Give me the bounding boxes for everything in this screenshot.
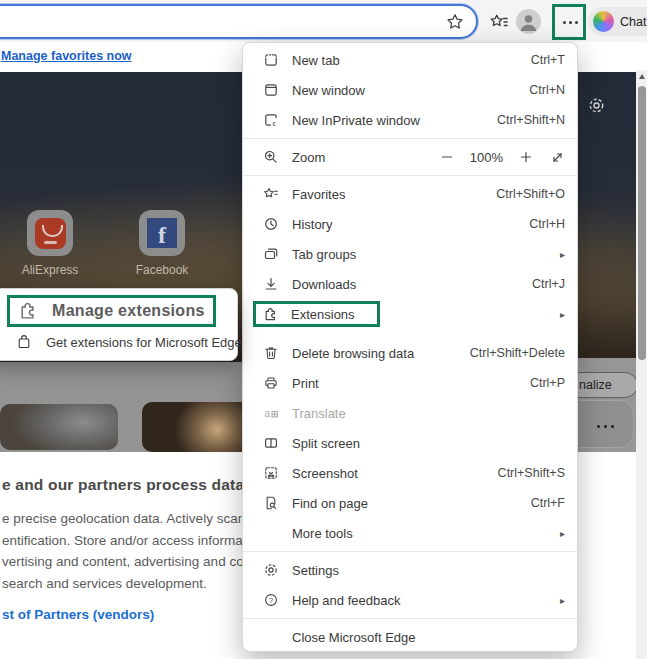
menu-separator	[243, 618, 577, 619]
screenshot-icon	[263, 465, 279, 481]
aliexpress-icon	[35, 218, 66, 249]
zoom-out-button[interactable]	[439, 149, 455, 165]
no-icon-spacer	[263, 525, 279, 541]
menu-item-find-on-page[interactable]: Find on page Ctrl+F	[243, 488, 577, 518]
submenu-arrow-icon: ▸	[560, 595, 565, 606]
new-tab-icon	[263, 52, 279, 68]
new-window-icon	[263, 82, 279, 98]
downloads-icon	[263, 276, 279, 292]
menu-item-tab-groups[interactable]: Tab groups ▸	[243, 239, 577, 269]
article-thumbnail-right	[142, 402, 242, 452]
history-icon	[263, 216, 279, 232]
submenu-item-manage-extensions[interactable]: Manage extensions	[7, 295, 216, 327]
menu-item-close-microsoft-edge[interactable]: Close Microsoft Edge	[243, 622, 577, 652]
favorites-icon[interactable]	[488, 11, 510, 33]
translate-icon: a	[263, 405, 279, 421]
submenu-arrow-icon: ▸	[560, 309, 565, 320]
add-favorite-star-icon[interactable]	[446, 13, 464, 31]
menu-item-print[interactable]: Print Ctrl+P	[243, 368, 577, 398]
settings-gear-icon	[263, 562, 279, 578]
scrollbar-thumb[interactable]	[638, 86, 646, 360]
extensions-puzzle-icon	[263, 306, 279, 322]
menu-item-favorites[interactable]: Favorites Ctrl+Shift+O	[243, 179, 577, 209]
menu-item-settings[interactable]: Settings	[243, 555, 577, 585]
store-bag-icon	[16, 334, 32, 350]
menu-item-new-tab[interactable]: New tab Ctrl+T	[243, 45, 577, 75]
menu-separator	[243, 551, 577, 552]
menu-item-new-inprivate-window[interactable]: ε New InPrivate window Ctrl+Shift+N	[243, 105, 577, 135]
facebook-icon: f	[147, 218, 177, 248]
zoom-icon	[263, 149, 279, 165]
printer-icon	[263, 375, 279, 391]
menu-item-delete-browsing-data[interactable]: Delete browsing data Ctrl+Shift+Delete	[243, 338, 577, 368]
trash-icon	[263, 345, 279, 361]
zoom-level: 100%	[470, 150, 503, 165]
inprivate-window-icon: ε	[263, 112, 279, 128]
find-on-page-icon	[263, 495, 279, 511]
split-screen-icon	[263, 435, 279, 451]
manage-favorites-link[interactable]: Manage favorites now	[1, 49, 132, 63]
no-icon-spacer	[263, 629, 279, 645]
favorites-star-icon	[263, 186, 279, 202]
article-thumbnail-left	[0, 404, 118, 450]
copilot-chat-button[interactable]: Chat	[588, 7, 647, 36]
menu-item-downloads[interactable]: Downloads Ctrl+J	[243, 269, 577, 299]
menu-item-help-and-feedback[interactable]: ? Help and feedback ▸	[243, 585, 577, 615]
menu-separator	[243, 138, 577, 139]
page-scrollbar[interactable]	[636, 70, 647, 659]
card-more-options-icon[interactable]	[597, 425, 614, 428]
profile-avatar[interactable]	[516, 9, 541, 34]
page-settings-gear-icon[interactable]	[587, 96, 606, 115]
tab-groups-icon	[263, 246, 279, 262]
menu-item-split-screen[interactable]: Split screen	[243, 428, 577, 458]
browser-toolbar: Chat	[0, 0, 647, 42]
copilot-icon	[593, 11, 614, 32]
chat-label: Chat	[620, 15, 646, 29]
submenu-arrow-icon: ▸	[560, 528, 565, 539]
svg-text:a: a	[265, 408, 271, 419]
svg-text:ε: ε	[273, 119, 277, 128]
help-icon: ?	[263, 592, 279, 608]
menu-item-translate: a Translate	[243, 398, 577, 428]
quick-link-aliexpress[interactable]: AliExpress	[12, 210, 88, 277]
fullscreen-icon[interactable]	[549, 149, 565, 165]
tutorial-highlight-toolbar	[552, 4, 586, 40]
menu-item-screenshot[interactable]: Screenshot Ctrl+Shift+S	[243, 458, 577, 488]
address-bar[interactable]	[0, 4, 478, 39]
menu-separator	[243, 175, 577, 176]
menu-item-extensions[interactable]: Extensions ▸	[243, 299, 577, 329]
menu-item-more-tools[interactable]: More tools ▸	[243, 518, 577, 548]
menu-item-zoom[interactable]: Zoom 100%	[243, 142, 577, 172]
submenu-arrow-icon: ▸	[560, 249, 565, 260]
tutorial-highlight-extensions: Extensions	[253, 301, 380, 327]
menu-item-new-window[interactable]: New window Ctrl+N	[243, 75, 577, 105]
scrollbar-up-arrow-icon[interactable]	[639, 74, 645, 79]
edge-settings-menu: New tab Ctrl+T New window Ctrl+N ε New I…	[242, 42, 578, 652]
quick-link-facebook[interactable]: f Facebook	[124, 210, 200, 277]
zoom-in-button[interactable]	[518, 149, 534, 165]
extensions-puzzle-icon	[18, 300, 39, 321]
submenu-item-get-extensions[interactable]: Get extensions for Microsoft Edge	[16, 334, 237, 350]
menu-item-history[interactable]: History Ctrl+H	[243, 209, 577, 239]
svg-text:?: ?	[269, 596, 274, 605]
partners-vendors-link[interactable]: st of Partners (vendors)	[2, 607, 154, 622]
extensions-submenu: Manage extensions Get extensions for Mic…	[0, 288, 238, 361]
